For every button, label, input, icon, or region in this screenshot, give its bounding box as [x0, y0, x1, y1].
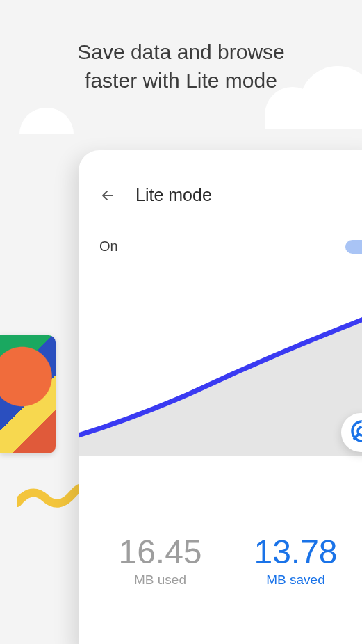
stat-saved-label: MB saved [254, 572, 337, 588]
lite-mode-toggle-row: On [79, 205, 362, 255]
stat-data-used: 16.45 MB used [118, 533, 201, 588]
data-usage-chart [79, 279, 362, 474]
data-stats: 16.45 MB used 13.78 MB saved [79, 533, 362, 588]
wave-decoration [17, 478, 87, 520]
chrome-icon [351, 420, 362, 445]
artwork-thumbnail [0, 335, 56, 453]
cloud-decoration [19, 108, 74, 134]
headline-line-2: faster with Lite mode [85, 69, 277, 92]
stat-saved-value: 13.78 [254, 533, 337, 571]
stat-data-saved: 13.78 MB saved [254, 533, 337, 588]
stat-used-value: 16.45 [118, 533, 201, 571]
stat-used-label: MB used [118, 572, 201, 588]
app-bar: Lite mode [79, 150, 362, 205]
lite-mode-toggle[interactable] [345, 240, 362, 254]
phone-screen: Lite mode On 16.45 MB used [79, 150, 362, 644]
promo-headline: Save data and browse faster with Lite mo… [0, 0, 362, 95]
headline-line-1: Save data and browse [77, 40, 285, 63]
page-title: Lite mode [135, 185, 212, 205]
back-arrow-icon[interactable] [99, 187, 116, 204]
toggle-label: On [99, 239, 118, 255]
